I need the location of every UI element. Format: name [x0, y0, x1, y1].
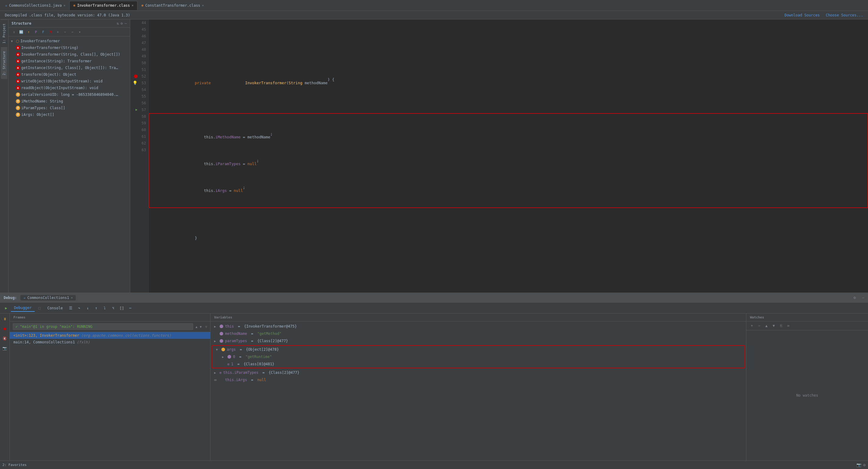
mute-btn[interactable]: 🔇: [1, 334, 9, 343]
debug-session-name: CommonsCollections1: [27, 295, 69, 300]
remove-watch-btn[interactable]: −: [756, 323, 762, 329]
code-container: 44 45 46 47 48 49 50 51 52 💡: [130, 20, 868, 292]
step-over-btn[interactable]: ↷: [75, 305, 83, 312]
debug-minimize-icon[interactable]: —: [862, 295, 864, 300]
var-paramtypes[interactable]: ▶ paramTypes = {Class[2]@477}: [211, 337, 746, 345]
tab-commons1[interactable]: ☕ CommonsCollections1.java ✕: [1, 1, 69, 10]
var-eq8: =: [249, 378, 255, 382]
camera-bottom-btn[interactable]: 📷: [857, 463, 861, 467]
collapse-all-btn[interactable]: −: [62, 29, 68, 35]
step-out-btn[interactable]: ↑: [92, 305, 100, 312]
var-value-iparamtypes: {Class[2]@477}: [269, 371, 299, 375]
vtab-project[interactable]: 1: Project: [1, 20, 7, 47]
run-to-cursor-icon[interactable]: ▶: [135, 106, 137, 113]
choose-sources-link[interactable]: Choose Sources...: [826, 13, 863, 17]
var-methodname[interactable]: methodName = "getMethod": [211, 330, 746, 337]
var-expand-args0[interactable]: ▶: [222, 355, 226, 358]
var-infinity-icon: ∞: [214, 377, 218, 382]
ln-51: 51: [133, 66, 146, 73]
debugger-tab[interactable]: Debugger: [11, 305, 35, 312]
tree-item-serialuid[interactable]: f serialVersionUID: long = -865338584689…: [8, 91, 130, 98]
tab-invoker[interactable]: ◉ InvokerTransformer.class ✕: [69, 1, 137, 10]
infinity-watch-btn[interactable]: ∞: [785, 323, 792, 329]
tab-close-icon[interactable]: ✕: [202, 4, 204, 7]
ln-52: 52: [133, 73, 146, 80]
var-iparamtypes[interactable]: ▶ ⊞ this.iParamTypes = {Class[2]@477}: [211, 369, 746, 376]
debug-session-close[interactable]: ✕: [71, 296, 73, 299]
move-down-watch-btn[interactable]: ▼: [771, 323, 777, 329]
tree-item-getinstance2[interactable]: m getInstance(String, Class[], Object[])…: [8, 64, 130, 71]
debug-session-tab[interactable]: ☕ CommonsCollections1 ✕: [20, 295, 76, 301]
frame-item-1[interactable]: main:14, CommonsCollections1 (fxlh): [10, 339, 210, 345]
copy-watch-btn[interactable]: ⎘: [778, 323, 784, 329]
tree-item-iargs[interactable]: f iArgs: Object[]: [8, 111, 130, 118]
var-expand-iparamtypes[interactable]: ▶: [214, 371, 218, 374]
tree-item-readobject[interactable]: m readObject(ObjectInputStream): void: [8, 85, 130, 91]
frames-btn[interactable]: ⟦⟧: [118, 305, 125, 312]
minimize-icon[interactable]: —: [125, 21, 127, 26]
layout-btn[interactable]: ☰: [67, 305, 74, 312]
sort-icon[interactable]: ⇅: [117, 21, 119, 26]
var-icon-iargs-spacer: [220, 378, 223, 382]
tree-item-imethodname[interactable]: f iMethodName: String: [8, 98, 130, 105]
frame-dropdown-up[interactable]: ▲: [195, 325, 197, 329]
tree-item-constructor1[interactable]: m InvokerTransformer(String): [8, 44, 130, 51]
tree-item-writeobject[interactable]: m writeObject(ObjectOutputStream): void: [8, 78, 130, 85]
tab-close-icon[interactable]: ✕: [132, 4, 133, 7]
expand-all-btn[interactable]: +: [55, 29, 61, 35]
camera-btn[interactable]: 📷: [1, 344, 9, 352]
sort-alpha-btn[interactable]: ↕: [11, 29, 17, 35]
step-into-btn[interactable]: ↓: [84, 305, 91, 312]
debug-settings-icon[interactable]: ⚙: [854, 295, 856, 300]
var-expand-paramtypes[interactable]: ▶: [214, 339, 218, 343]
filter-btn[interactable]: ▾: [76, 29, 83, 35]
tab-close-icon[interactable]: ✕: [64, 4, 65, 7]
favorites-tab[interactable]: 2: Favorites: [2, 463, 27, 467]
show-f-btn[interactable]: F: [40, 29, 46, 35]
settings-bottom-btn[interactable]: ⚙: [863, 463, 866, 467]
var-this[interactable]: ▶ this = {InvokerTransformer@475}: [211, 323, 746, 330]
show-m-btn[interactable]: M: [48, 29, 54, 35]
download-sources-link[interactable]: Download Sources: [785, 13, 820, 17]
pause-btn[interactable]: ⏸: [1, 315, 9, 323]
field-icon: f: [16, 92, 20, 97]
settings-icon[interactable]: ⚙: [121, 21, 123, 26]
add-watch-btn[interactable]: +: [749, 323, 755, 329]
breakpoint-marker[interactable]: [134, 74, 137, 78]
tree-item-constructor2[interactable]: m InvokerTransformer(String, Class[], Ob…: [8, 51, 130, 58]
var-args-0[interactable]: ▶ 0 = "getRuntime": [212, 353, 744, 361]
frame-dropdown-down[interactable]: ▼: [200, 325, 202, 329]
tree-root-class[interactable]: ▼ ⬡ InvokerTransformer: [8, 38, 130, 44]
var-expand-this[interactable]: ▶: [214, 325, 218, 328]
var-expand-args[interactable]: ▼: [216, 348, 220, 351]
var-name-this: this: [225, 324, 234, 329]
resume-btn[interactable]: ▶: [2, 305, 10, 312]
tab-constant[interactable]: ◉ ConstantTransformer.class ✕: [137, 1, 208, 10]
var-args[interactable]: ▼ args = {Object[2]@478}: [212, 346, 744, 353]
console-tab[interactable]: Console: [44, 305, 66, 311]
sort-visibility-btn[interactable]: 🔤: [18, 29, 24, 35]
move-up-watch-btn[interactable]: ▲: [764, 323, 770, 329]
run-to-cursor-btn[interactable]: ⤵: [101, 305, 108, 312]
show-p-btn[interactable]: P: [33, 29, 39, 35]
vtab-structure[interactable]: 2: Structure: [1, 47, 7, 79]
frame-filter-icon[interactable]: ▽: [205, 325, 207, 329]
evaluate-btn[interactable]: ⌥: [110, 305, 117, 312]
ln-50: 50: [133, 60, 146, 66]
var-args-1[interactable]: ⊞ 1 = {Class[0]@481}: [212, 361, 744, 368]
tree-item-iparamtypes[interactable]: f iParamTypes: Class[]: [8, 105, 130, 111]
stop-btn[interactable]: ■: [1, 324, 9, 333]
frame-item-detail-0: (org.apache.commons.collections.functors…: [81, 333, 171, 338]
var-iargs[interactable]: ∞ this.iArgs = null: [211, 376, 746, 383]
var-value-args: {Object[2]@478}: [246, 347, 279, 352]
tree-item-transform[interactable]: m transform(Object): Object: [8, 71, 130, 78]
frame-dropdown-value[interactable]: ✓ "main"@1 in group "main": RUNNING: [13, 323, 193, 330]
tree-item-getinstance1[interactable]: m getInstance(String): Transformer: [8, 58, 130, 64]
debug-left-strip: ⏸ ■ 🔇 📷: [0, 314, 10, 461]
show-inherited-btn[interactable]: ↑: [26, 29, 32, 35]
autoscroll-btn[interactable]: ⇀: [69, 29, 75, 35]
frame-item-0[interactable]: <init>:123, InvokerTransformer (org.apac…: [10, 332, 210, 339]
java-file-icon: ☕: [5, 3, 7, 7]
more-btn[interactable]: ⋯: [126, 305, 134, 312]
watches-toolbar: + − ▲ ▼ ⎘ ∞: [746, 321, 868, 330]
